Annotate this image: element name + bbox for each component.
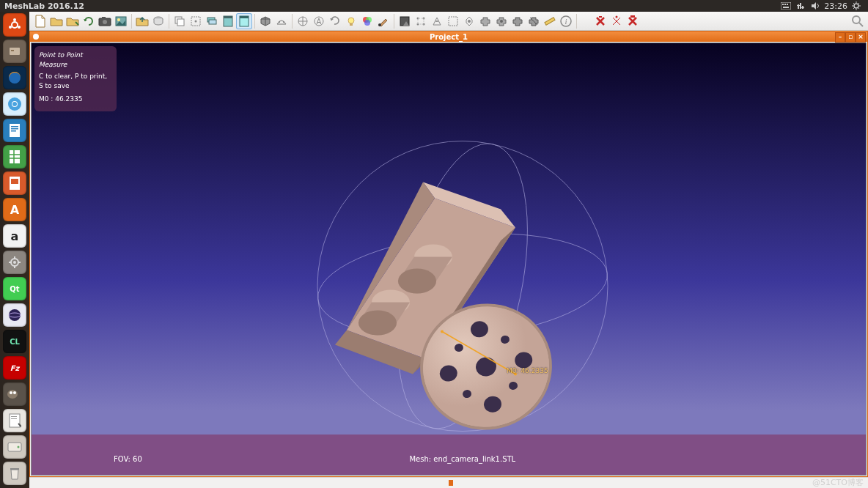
launcher-qt[interactable]: Qt <box>3 277 26 300</box>
paint-button[interactable] <box>375 13 391 29</box>
layers-button[interactable] <box>204 13 220 29</box>
project-titlebar[interactable]: Project_1 – ▫ × <box>30 32 867 42</box>
svg-rect-49 <box>224 16 232 18</box>
launcher-writer[interactable] <box>3 119 26 142</box>
filter-button[interactable] <box>461 13 477 29</box>
launcher-settings[interactable] <box>3 251 26 274</box>
gear-icon[interactable] <box>850 0 862 12</box>
plugin4-button[interactable] <box>526 13 542 29</box>
svg-rect-19 <box>11 130 16 132</box>
main-toolbar: A i <box>29 12 868 31</box>
launcher-gimp[interactable] <box>3 382 26 406</box>
bottom-tick[interactable] <box>449 480 453 486</box>
viewport-container: M0: 46.2335 Point to Point Measure C to … <box>31 42 867 476</box>
launcher-disks[interactable] <box>3 435 26 459</box>
print-button[interactable] <box>150 13 166 29</box>
measure-label: M0: 46.2335 <box>507 367 548 374</box>
minimize-button[interactable]: – <box>835 32 845 42</box>
svg-point-34 <box>18 446 20 448</box>
plugin-button[interactable] <box>477 13 493 29</box>
launcher-trash[interactable] <box>3 462 26 485</box>
delete-button[interactable] <box>592 13 608 29</box>
raster-button[interactable] <box>113 13 129 29</box>
annotate-button[interactable]: A <box>311 13 327 29</box>
svg-rect-30 <box>10 414 20 427</box>
plugin2-button[interactable] <box>493 13 510 29</box>
infobox-measure: M0 : 46.2335 <box>39 95 112 104</box>
svg-point-70 <box>468 20 471 23</box>
close-button[interactable]: × <box>856 32 866 42</box>
svg-point-62 <box>378 23 381 26</box>
trackball-button[interactable] <box>295 13 311 29</box>
launcher-clion[interactable]: CL <box>3 330 26 353</box>
reload-button[interactable] <box>81 13 97 29</box>
status-mesh: Mesh: end_camera_link1.STL <box>409 455 515 463</box>
keyboard-icon[interactable] <box>780 0 792 12</box>
launcher-software-center[interactable]: A <box>3 198 26 221</box>
bbox-button[interactable] <box>188 13 204 29</box>
launcher-eclipse[interactable] <box>3 303 26 327</box>
launcher-calc[interactable] <box>3 145 26 169</box>
3d-viewport[interactable]: M0: 46.2335 Point to Point Measure C to … <box>32 43 866 475</box>
launcher-impress[interactable] <box>3 171 26 195</box>
svg-point-52 <box>279 21 280 23</box>
svg-point-90 <box>358 311 397 336</box>
svg-point-53 <box>283 21 284 23</box>
select-vertex-button[interactable] <box>413 13 429 29</box>
highlight-layer-button[interactable] <box>236 13 252 29</box>
svg-point-27 <box>7 390 18 399</box>
svg-point-28 <box>10 391 12 394</box>
render-flat-button[interactable] <box>257 13 273 29</box>
watermark: @51CTO博客 <box>812 477 864 488</box>
svg-point-78 <box>33 34 39 40</box>
measure-button[interactable] <box>542 13 558 29</box>
layer-panel-button[interactable] <box>220 13 236 29</box>
search-icon[interactable] <box>850 14 865 29</box>
new-file-button[interactable] <box>32 13 48 29</box>
delete-vertex-button[interactable] <box>608 13 625 29</box>
svg-rect-43 <box>177 19 184 26</box>
unity-launcher: A a Qt CL Fz <box>0 12 29 488</box>
maximize-button[interactable]: ▫ <box>845 32 856 42</box>
project-title: Project_1 <box>430 33 468 41</box>
svg-rect-22 <box>11 179 18 184</box>
svg-rect-17 <box>11 126 18 127</box>
select-rect-button[interactable] <box>445 13 461 29</box>
svg-text:i: i <box>564 17 567 26</box>
system-top-bar: MeshLab 2016.12 23:26 <box>0 0 868 12</box>
svg-point-57 <box>348 18 354 23</box>
launcher-files[interactable] <box>3 40 26 63</box>
export-button[interactable] <box>134 13 150 29</box>
snapshot-button[interactable] <box>97 13 113 29</box>
select-connected-button[interactable] <box>429 13 445 29</box>
volume-icon[interactable] <box>809 0 821 12</box>
launcher-chromium[interactable] <box>3 92 26 116</box>
render-smooth-button[interactable] <box>273 13 290 29</box>
lighting-button[interactable] <box>343 13 359 29</box>
svg-point-75 <box>616 15 618 18</box>
rotate-button[interactable] <box>327 13 343 29</box>
status-band: FOV: 60 FPS: 192.3 BO_RENDERING Mesh: en… <box>32 435 866 475</box>
launcher-filezilla[interactable]: Fz <box>3 356 26 380</box>
svg-point-24 <box>13 261 16 264</box>
delete-face-button[interactable] <box>625 13 641 29</box>
launcher-ubuntu-dash[interactable] <box>3 13 26 37</box>
bottom-bar <box>29 477 868 488</box>
info-button[interactable]: i <box>558 13 574 29</box>
status-right: Mesh: end_camera_link1.STL Vertices: 2,9… <box>400 435 524 475</box>
open-recent-button[interactable] <box>65 13 81 29</box>
open-file-button[interactable] <box>48 13 65 29</box>
launcher-amazon[interactable]: a <box>3 224 26 248</box>
launcher-text-editor[interactable] <box>3 409 26 432</box>
meshlab-app: A i Project_1 – ▫ × <box>29 12 868 488</box>
network-icon[interactable] <box>795 0 806 12</box>
launcher-firefox[interactable] <box>3 66 26 89</box>
select-face-button[interactable] <box>397 13 413 29</box>
svg-point-25 <box>9 309 21 321</box>
svg-point-7 <box>13 18 16 21</box>
copy-button[interactable] <box>172 13 188 29</box>
clock-text[interactable]: 23:26 <box>824 0 847 12</box>
svg-rect-35 <box>10 468 19 470</box>
color-button[interactable] <box>359 13 375 29</box>
plugin3-button[interactable] <box>510 13 526 29</box>
